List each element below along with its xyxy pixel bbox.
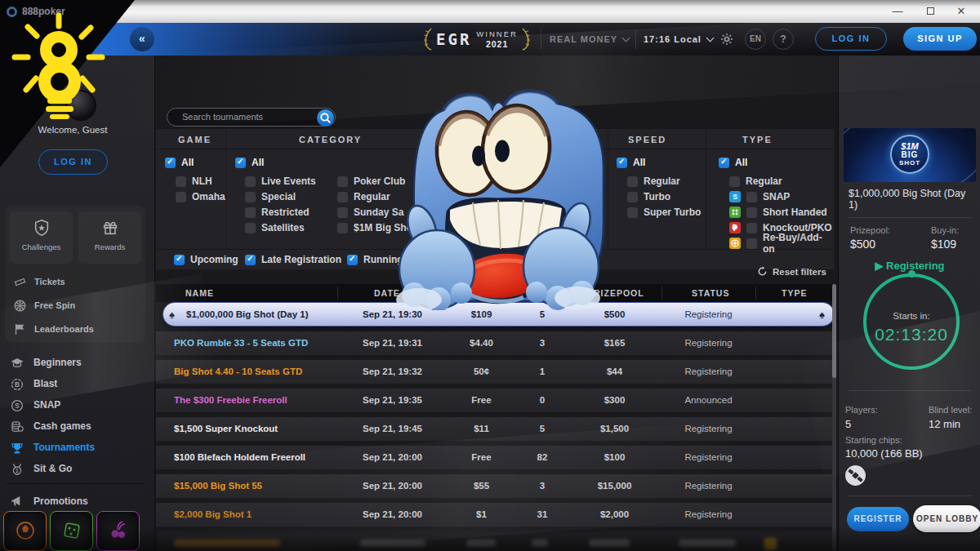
game-tile-dice[interactable] xyxy=(50,511,93,551)
filter-category-special[interactable]: Special xyxy=(245,191,296,202)
sidebar-item-leaderboards[interactable]: Leaderboards xyxy=(13,320,144,338)
svg-text:1: 1 xyxy=(16,468,19,473)
table-row[interactable]: $100 Blefach Holdem FreerollSep 21, 20:0… xyxy=(156,446,834,472)
tournament-status: Registering xyxy=(662,338,755,348)
running-checkbox[interactable] xyxy=(347,255,358,265)
re-buy-add-on-checkbox[interactable] xyxy=(746,238,757,249)
scrollbar-thumb[interactable] xyxy=(832,284,836,378)
local-time-dropdown[interactable]: 17:16 Local xyxy=(644,23,713,56)
all-checkbox[interactable] xyxy=(165,158,176,168)
sidebar-item-cash-games[interactable]: Cash games xyxy=(10,416,149,436)
sidebar-item-tickets[interactable]: Tickets xyxy=(13,273,144,291)
satellite-icon xyxy=(845,465,866,486)
table-row[interactable]: $2,000 Big Shot 1Sep 21, 20:00$131$2,000… xyxy=(156,503,834,529)
snap-checkbox[interactable] xyxy=(746,192,757,202)
satellites-checkbox[interactable] xyxy=(245,223,256,233)
filter-game-nlh[interactable]: NLH xyxy=(176,176,212,187)
sunday-sa-checkbox[interactable] xyxy=(337,207,348,218)
sidebar-item-tournaments[interactable]: Tournaments xyxy=(10,438,149,457)
sidebar-collapse-button[interactable]: « xyxy=(130,27,154,51)
column-header-status[interactable]: STATUS xyxy=(692,288,729,298)
filter-category-satellites[interactable]: Satellites xyxy=(245,222,305,233)
nlh-checkbox[interactable] xyxy=(176,176,186,187)
all-checkbox[interactable] xyxy=(719,158,729,168)
help-button[interactable]: ? xyxy=(773,29,794,50)
filter-type-all[interactable]: All xyxy=(719,157,747,168)
maximize-button[interactable] xyxy=(916,0,944,23)
sidebar-item-blast[interactable]: BBlast xyxy=(10,374,149,393)
short-handed-checkbox[interactable] xyxy=(746,207,757,218)
table-row[interactable]: PKO Rumble 33 - 5 Seats GTDSep 21, 19:31… xyxy=(156,331,834,358)
register-button[interactable]: REGISTER xyxy=(847,507,909,531)
close-button[interactable]: ✕ xyxy=(947,0,975,23)
filter-type-snap[interactable]: SSNAP xyxy=(729,191,790,202)
laurel-left-icon xyxy=(423,27,433,51)
window-titlebar: — ✕ xyxy=(0,0,980,23)
column-header-name[interactable]: NAME xyxy=(185,288,214,298)
login-button-top[interactable]: LOG IN xyxy=(815,27,887,51)
filter-type-regular[interactable]: Regular xyxy=(729,176,782,187)
sidebar-item-free-spin[interactable]: Free Spin xyxy=(13,296,144,314)
sidebar-tile-challenges[interactable]: Challenges xyxy=(10,211,73,264)
late-registration-checkbox[interactable] xyxy=(245,255,256,265)
super-turbo-checkbox[interactable] xyxy=(627,207,638,218)
game-tile-cherries[interactable] xyxy=(96,511,140,551)
filter-category-restricted[interactable]: Restricted xyxy=(245,207,310,218)
filter-type-short-handed[interactable]: Short Handed xyxy=(729,207,827,218)
filter-category-live-events[interactable]: Live Events xyxy=(245,176,316,187)
live-events-checkbox[interactable] xyxy=(245,176,256,187)
filter-game-all[interactable]: All xyxy=(165,157,194,168)
game-tile-ball[interactable] xyxy=(3,511,47,551)
filter-status-upcoming[interactable]: Upcoming xyxy=(174,254,238,265)
tournament-date: Sep 21, 19:35 xyxy=(337,395,448,405)
reset-filters-button[interactable]: Reset filters xyxy=(757,266,826,277)
table-row[interactable]: $15,000 Big Shot 55Sep 21, 20:00$553$15,… xyxy=(156,474,834,500)
knockout-pko-checkbox[interactable] xyxy=(746,223,757,233)
upcoming-checkbox[interactable] xyxy=(174,255,185,265)
open-lobby-button[interactable]: OPEN LOBBY xyxy=(913,505,980,532)
restricted-checkbox[interactable] xyxy=(245,207,256,218)
filter-speed-regular[interactable]: Regular xyxy=(627,176,680,187)
settings-gear-icon[interactable] xyxy=(720,33,733,46)
table-row[interactable]: Big Shot 4.40 - 10 Seats GTDSep 21, 19:3… xyxy=(156,360,834,386)
sidebar-quick-panel: ChallengesRewards TicketsFree SpinLeader… xyxy=(5,206,145,342)
omaha-checkbox[interactable] xyxy=(176,192,186,202)
table-row[interactable]: The $300 Freebie FreerollSep 21, 19:35Fr… xyxy=(156,389,834,415)
all-checkbox[interactable] xyxy=(235,158,246,168)
filter-status-late-registration[interactable]: Late Registration xyxy=(245,254,341,265)
real-money-dropdown[interactable]: REAL MONEY xyxy=(550,23,629,56)
top-navbar: « EGR WINNER 2021 REAL MONEY 17:16 Local… xyxy=(0,23,980,56)
regular-checkbox[interactable] xyxy=(627,176,638,187)
filter-type-re-buy-add-on[interactable]: Re-Buy/Add-on xyxy=(729,238,834,249)
table-row[interactable]: $1,500 Super KnockoutSep 21, 19:45$115$1… xyxy=(156,417,834,443)
sidebar-item-sit-go[interactable]: 1Sit & Go xyxy=(10,459,149,478)
tournament-prizepool: $1,500 xyxy=(568,424,662,433)
turbo-checkbox[interactable] xyxy=(627,192,638,202)
regular-checkbox[interactable] xyxy=(729,176,740,187)
filter-game-omaha[interactable]: Omaha xyxy=(176,191,225,202)
ticket-icon xyxy=(13,275,27,289)
poker-club-checkbox[interactable] xyxy=(337,176,348,187)
column-header-type[interactable]: TYPE xyxy=(782,288,807,298)
blurred-badge xyxy=(764,538,777,550)
regular-checkbox[interactable] xyxy=(337,192,348,202)
filter-speed-super-turbo[interactable]: Super Turbo xyxy=(627,207,701,218)
-1m-big-sho-checkbox[interactable] xyxy=(337,223,348,233)
sidebar-login-button[interactable]: LOG IN xyxy=(38,149,108,175)
search-input[interactable]: Search tournaments xyxy=(167,108,336,127)
signup-button[interactable]: SIGN UP xyxy=(903,27,977,51)
filter-speed-turbo[interactable]: Turbo xyxy=(627,191,670,202)
language-button[interactable]: EN xyxy=(745,29,766,50)
sidebar-tile-rewards[interactable]: Rewards xyxy=(78,211,141,264)
table-scrollbar[interactable] xyxy=(832,284,836,551)
filter-label: Omaha xyxy=(192,191,225,202)
search-icon[interactable] xyxy=(317,109,334,127)
sidebar-item-beginners[interactable]: Beginners xyxy=(10,353,149,372)
minimize-button[interactable]: — xyxy=(884,0,911,23)
filter-category-all[interactable]: All xyxy=(235,157,264,168)
sidebar-item-snap[interactable]: SSNAP xyxy=(10,395,149,415)
tournament-prizepool: $2,000 xyxy=(568,509,662,519)
tournament-buyin: Free xyxy=(446,395,517,405)
special-checkbox[interactable] xyxy=(245,192,256,202)
sidebar-item-promotions[interactable]: Promotions xyxy=(10,491,149,511)
